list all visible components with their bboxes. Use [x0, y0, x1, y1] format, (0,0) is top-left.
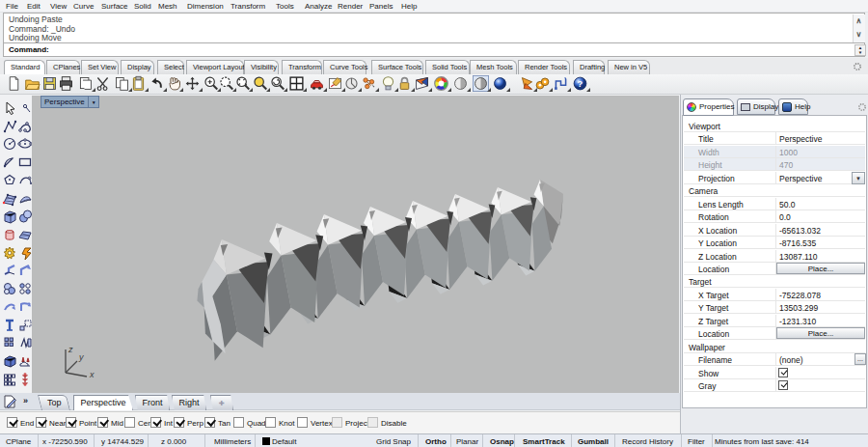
svg-text:y: y — [78, 352, 84, 362]
svg-text:?: ? — [577, 79, 583, 89]
svg-text:x: x — [89, 370, 95, 379]
svg-text:z: z — [68, 345, 73, 354]
